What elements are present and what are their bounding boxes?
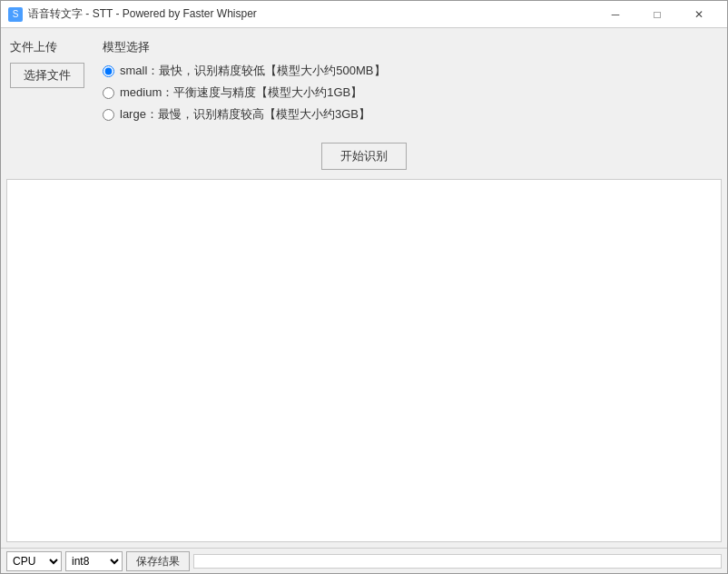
window-controls: ─ □ ✕ — [595, 1, 720, 28]
status-bar: CPU CUDA int8 float16 float32 保存结果 — [1, 548, 727, 573]
window-title: 语音转文字 - STT - Powered by Faster Whisper — [28, 6, 595, 22]
progress-bar — [193, 554, 722, 569]
close-button[interactable]: ✕ — [678, 1, 720, 28]
precision-select[interactable]: int8 float16 float32 — [65, 551, 123, 571]
output-area — [6, 179, 722, 542]
main-window: S 语音转文字 - STT - Powered by Faster Whispe… — [0, 0, 728, 574]
model-label-large: large：最慢，识别精度较高【模型大小约3GB】 — [120, 106, 370, 123]
model-label-medium: medium：平衡速度与精度【模型大小约1GB】 — [120, 84, 362, 101]
model-option-small[interactable]: small：最快，识别精度较低【模型大小约500MB】 — [103, 63, 386, 79]
model-section-label: 模型选择 — [103, 39, 386, 55]
model-option-medium[interactable]: medium：平衡速度与精度【模型大小约1GB】 — [103, 84, 386, 101]
file-upload-label: 文件上传 — [10, 39, 57, 55]
model-section: 模型选择 small：最快，识别精度较低【模型大小约500MB】 medium：… — [103, 39, 386, 128]
content-area: 文件上传 选择文件 模型选择 small：最快，识别精度较低【模型大小约500M… — [1, 28, 727, 548]
model-label-small: small：最快，识别精度较低【模型大小约500MB】 — [120, 63, 386, 79]
app-icon: S — [8, 7, 23, 22]
file-upload-section: 文件上传 选择文件 — [10, 39, 84, 128]
save-result-button[interactable]: 保存结果 — [126, 551, 190, 571]
title-bar: S 语音转文字 - STT - Powered by Faster Whispe… — [1, 1, 727, 28]
device-select[interactable]: CPU CUDA — [6, 551, 62, 571]
select-file-button[interactable]: 选择文件 — [10, 63, 84, 88]
model-radio-large[interactable] — [103, 109, 114, 121]
minimize-button[interactable]: ─ — [595, 1, 636, 28]
top-panel: 文件上传 选择文件 模型选择 small：最快，识别精度较低【模型大小约500M… — [1, 28, 727, 137]
model-option-large[interactable]: large：最慢，识别精度较高【模型大小约3GB】 — [103, 106, 386, 123]
model-radio-small[interactable] — [103, 65, 114, 77]
model-radio-medium[interactable] — [103, 87, 114, 99]
maximize-button[interactable]: □ — [636, 1, 678, 28]
start-recognition-button[interactable]: 开始识别 — [321, 143, 407, 170]
start-button-row: 开始识别 — [1, 137, 727, 179]
